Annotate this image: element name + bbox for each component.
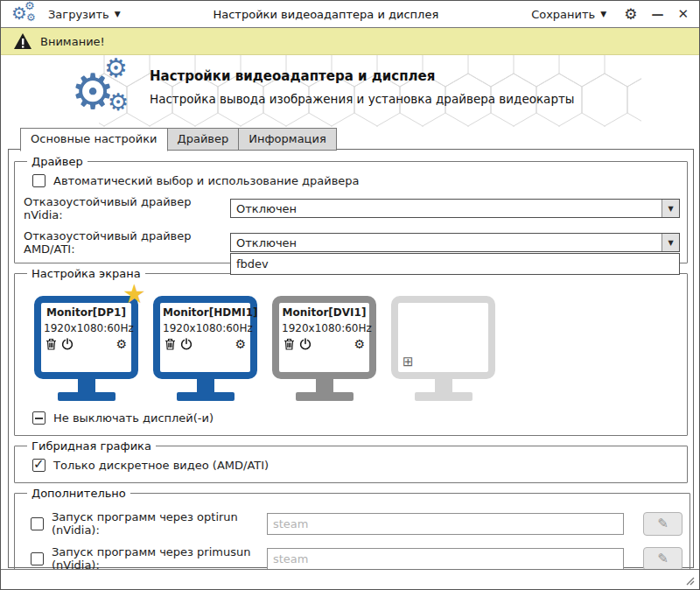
trash-icon[interactable] [164,338,176,350]
extra-group-title: Дополнительно [27,487,130,500]
amd-failsafe-select[interactable]: Отключен ▼ fbdev [230,233,680,252]
discrete-video-label: Только дискретное видео (AMD/ATI) [53,459,269,472]
trash-icon[interactable] [46,338,57,350]
app-logo: ⚙ ⚙ ⚙ [71,60,132,123]
monitor-list: ★ Monitor[DP1] 1920x1080:60Hz ⚙ [22,282,680,401]
driver-groupbox: Драйвер Автоматический выбор и использов… [14,155,688,263]
monitor-resolution: 1920x1080:60Hz [282,322,367,334]
close-button[interactable]: ✕ [677,6,689,22]
warning-banner: Внимание! [1,28,699,55]
amd-failsafe-row: Отказоустойчивый драйвер AMD/ATI: Отключ… [24,229,680,256]
primary-star-icon: ★ [122,281,146,307]
gear-icon: ⚙ [26,12,36,23]
nvidia-failsafe-value: Отключен [236,202,297,215]
gear-icon: ⚙ [108,90,129,114]
monitor-actions: ⚙ [282,338,367,350]
monitor-settings-gear-icon[interactable]: ⚙ [116,338,127,350]
header-text: Настройки видеоадаптера и дисплея Настро… [150,68,575,106]
monitor-stand [197,379,214,392]
optirun-checkbox[interactable] [31,517,44,530]
settings-gear-icon[interactable]: ⚙ [624,7,637,22]
power-icon[interactable] [61,338,74,350]
window-title: Настройки видеоадаптера и дисплея [131,8,522,21]
tab-main-settings[interactable]: Основные настройки [20,128,168,151]
main-panel: Драйвер Автоматический выбор и использов… [8,149,694,568]
title-bar: ⚙ ⚙ ⚙ Загрузить ▼ Настройки видеоадаптер… [1,1,699,28]
resize-grip[interactable] [682,573,695,586]
monitor-stand-base [415,392,472,401]
page-title: Настройки видеоадаптера и дисплея [150,68,575,84]
nvidia-failsafe-row: Отказоустойчивый драйвер nVidia: Отключе… [24,195,680,221]
monitor-actions: ⚙ [163,338,248,350]
optirun-input[interactable] [267,513,624,535]
monitor-name: Monitor[DP1] [44,306,129,319]
trash-icon[interactable] [284,338,295,350]
load-button-label: Загрузить [48,8,109,21]
monitor-card-dvi1[interactable]: Monitor[DVI1] 1920x1080:60Hz ⚙ [272,296,376,401]
gear-icon: ⚙ [104,55,128,81]
tab-driver[interactable]: Драйвер [167,128,240,151]
monitor-card-hdmi1[interactable]: Monitor[HDMI1] 1920x1080:60Hz ⚙ [153,296,257,401]
primusun-label: Запуск программ через primusun (nVidia): [52,545,259,572]
monitor-screen: Monitor[DVI1] 1920x1080:60Hz ⚙ [272,296,376,379]
primusun-checkbox[interactable] [31,552,44,565]
amd-failsafe-value: Отключен [236,236,297,249]
monitor-stand-base [58,392,116,401]
monitor-name: Monitor[DVI1] [282,306,367,319]
power-icon[interactable] [180,338,192,350]
pencil-icon: ✎ [657,551,668,566]
app-icon: ⚙ ⚙ ⚙ [11,3,38,25]
hybrid-group-title: Гибридная графика [27,439,156,453]
dropdown-arrow-button[interactable]: ▼ [662,200,679,217]
primusun-edit-button[interactable]: ✎ [643,547,682,571]
chevron-down-icon: ▼ [668,239,673,247]
app-window: ⚙ ⚙ ⚙ Загрузить ▼ Настройки видеоадаптер… [0,0,700,590]
optirun-edit-button[interactable]: ✎ [643,512,682,536]
nvidia-failsafe-label: Отказоустойчивый драйвер nVidia: [24,195,230,221]
load-button[interactable]: Загрузить ▼ [45,6,124,23]
nvidia-failsafe-select[interactable]: Отключен ▼ [230,199,680,218]
title-bar-actions: Сохранить ▼ ⚙ — ✕ [528,6,689,23]
monitor-stand-base [177,392,234,401]
primusun-input[interactable] [267,548,624,570]
keep-display-on-checkbox[interactable] [32,411,46,425]
discrete-video-checkbox[interactable] [32,459,46,472]
auto-driver-checkbox[interactable] [32,174,46,187]
monitor-settings-gear-icon[interactable]: ⚙ [234,338,246,350]
auto-driver-row: Автоматический выбор и использование дра… [32,174,680,187]
screen-groupbox: Настройка экрана ★ Monitor[DP1] 1920x108… [14,267,688,436]
monitor-stand [435,379,452,392]
monitor-resolution: 1920x1080:60Hz [163,322,248,334]
amd-failsafe-dropdown-list: fbdev [230,253,680,275]
status-bar [1,569,699,589]
minimize-button[interactable]: — [651,10,663,18]
monitor-resolution: 1920x1080:60Hz [44,322,129,334]
dropdown-arrow-button[interactable]: ▼ [662,234,679,251]
power-icon[interactable] [299,338,312,350]
monitor-card-add[interactable]: ⊞ [391,296,495,401]
gear-icon: ⚙ [24,0,35,11]
chevron-down-icon: ▼ [600,10,606,18]
warning-icon [13,32,32,50]
keep-display-on-label: Не выключать дисплей(-и) [53,411,214,425]
keep-display-on-row: Не выключать дисплей(-и) [32,411,680,425]
tab-bar: Основные настройки Драйвер Информация [1,127,699,151]
monitor-settings-gear-icon[interactable]: ⚙ [354,338,365,350]
save-button-label: Сохранить [531,8,595,21]
auto-driver-label: Автоматический выбор и использование дра… [53,174,360,187]
monitor-name: Monitor[HDMI1] [163,306,248,319]
tab-information[interactable]: Информация [238,128,336,151]
dropdown-option-fbdev[interactable]: fbdev [231,254,679,274]
save-button[interactable]: Сохранить ▼ [528,6,610,23]
amd-failsafe-label: Отказоустойчивый драйвер AMD/ATI: [24,229,230,256]
page-subtitle: Настройка вывода изображения и установка… [150,92,575,106]
monitor-card-dp1[interactable]: ★ Monitor[DP1] 1920x1080:60Hz ⚙ [34,296,138,401]
optirun-row: Запуск программ через optirun (nVidia): … [31,510,682,537]
add-monitor-icon[interactable]: ⊞ [402,354,414,369]
driver-group-title: Драйвер [27,155,88,168]
monitor-screen: ⊞ [391,296,495,379]
monitor-screen: Monitor[HDMI1] 1920x1080:60Hz ⚙ [153,296,257,379]
monitor-stand [316,379,333,392]
warning-text: Внимание! [40,35,105,48]
monitor-stand-base [296,392,354,401]
